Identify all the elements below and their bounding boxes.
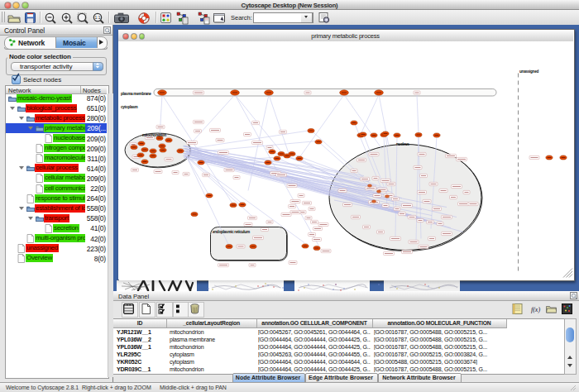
svg-text:nucleus: nucleus [396,141,409,146]
svg-text:endoplasmic reticulum: endoplasmic reticulum [213,229,250,233]
svg-text:plasma membrane: plasma membrane [121,91,151,95]
svg-text:mitochondrion: mitochondrion [142,133,166,137]
svg-text:1:1: 1:1 [95,15,101,20]
svg-text:unassigned: unassigned [519,69,538,73]
svg-text:f(x): f(x) [531,306,540,313]
svg-text:cytoplasm: cytoplasm [121,104,138,108]
